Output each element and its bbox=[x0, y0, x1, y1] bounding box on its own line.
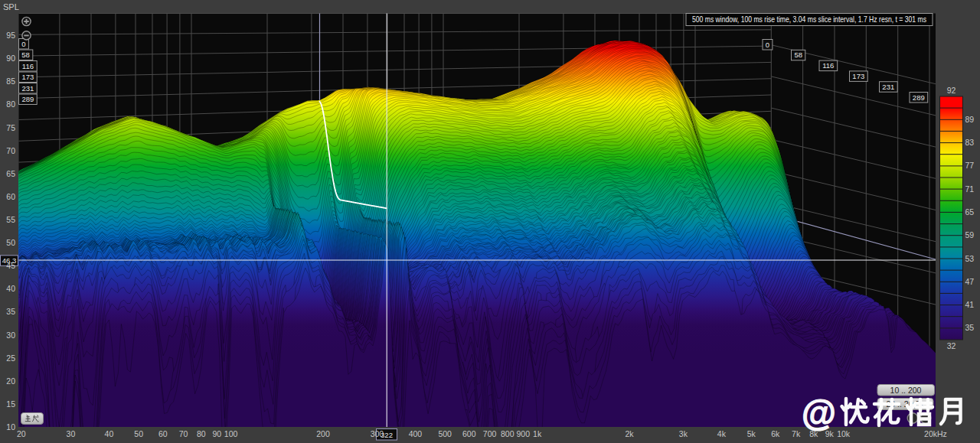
svg-text:55: 55 bbox=[6, 215, 15, 224]
svg-text:65: 65 bbox=[6, 169, 15, 178]
svg-text:40: 40 bbox=[105, 429, 114, 438]
svg-text:4k: 4k bbox=[717, 429, 727, 438]
svg-text:40: 40 bbox=[6, 284, 15, 293]
svg-text:90: 90 bbox=[212, 429, 221, 438]
svg-text:90: 90 bbox=[6, 54, 15, 63]
svg-text:89: 89 bbox=[965, 115, 975, 124]
svg-text:15: 15 bbox=[6, 399, 15, 409]
svg-text:10: 10 bbox=[6, 422, 15, 432]
svg-text:71: 71 bbox=[965, 184, 975, 194]
svg-text:116: 116 bbox=[22, 62, 34, 70]
svg-text:231: 231 bbox=[21, 84, 34, 93]
svg-text:50: 50 bbox=[6, 238, 15, 247]
svg-text:10k: 10k bbox=[837, 429, 851, 438]
svg-text:231: 231 bbox=[882, 83, 894, 91]
svg-text:70: 70 bbox=[6, 146, 15, 155]
svg-text:600: 600 bbox=[462, 429, 476, 438]
svg-text:58: 58 bbox=[21, 50, 30, 59]
svg-text:@: @ bbox=[802, 393, 836, 433]
svg-text:0: 0 bbox=[21, 40, 25, 48]
svg-text:173: 173 bbox=[21, 73, 34, 81]
svg-text:3k: 3k bbox=[679, 429, 688, 438]
svg-text:400: 400 bbox=[409, 429, 423, 438]
svg-text:92: 92 bbox=[947, 86, 956, 95]
svg-text:80: 80 bbox=[197, 429, 206, 438]
svg-text:30: 30 bbox=[6, 331, 15, 340]
svg-text:32: 32 bbox=[947, 341, 956, 350]
svg-text:59: 59 bbox=[965, 230, 975, 239]
svg-text:20: 20 bbox=[6, 376, 15, 386]
svg-text:20kHz: 20kHz bbox=[924, 429, 947, 438]
svg-text:47: 47 bbox=[965, 277, 975, 286]
svg-text:45: 45 bbox=[6, 261, 15, 270]
svg-text:0: 0 bbox=[766, 41, 769, 49]
svg-text:200: 200 bbox=[316, 429, 330, 438]
svg-text:53: 53 bbox=[965, 254, 975, 263]
svg-text:700: 700 bbox=[483, 429, 497, 438]
svg-text:58: 58 bbox=[794, 50, 802, 59]
svg-text:41: 41 bbox=[965, 300, 975, 309]
svg-text:35: 35 bbox=[6, 307, 15, 316]
svg-text:1k: 1k bbox=[533, 429, 542, 438]
svg-text:2k: 2k bbox=[625, 429, 634, 438]
svg-text:800: 800 bbox=[501, 429, 514, 438]
svg-text:289: 289 bbox=[913, 93, 925, 102]
svg-text:85: 85 bbox=[6, 77, 15, 86]
svg-text:SPL: SPL bbox=[3, 2, 19, 11]
svg-text:60: 60 bbox=[158, 429, 168, 438]
svg-text:65: 65 bbox=[965, 207, 975, 217]
svg-text:300: 300 bbox=[371, 429, 384, 438]
svg-text:900: 900 bbox=[517, 429, 531, 438]
svg-text:100: 100 bbox=[224, 429, 238, 438]
svg-text:60: 60 bbox=[6, 192, 15, 201]
svg-text:30: 30 bbox=[67, 429, 76, 438]
svg-text:70: 70 bbox=[179, 429, 188, 438]
svg-text:35: 35 bbox=[965, 323, 975, 332]
svg-text:5k: 5k bbox=[747, 429, 756, 438]
svg-text:50: 50 bbox=[134, 429, 143, 438]
svg-text:289: 289 bbox=[21, 95, 34, 103]
svg-text:7k: 7k bbox=[792, 429, 801, 438]
svg-text:10 .. 200: 10 .. 200 bbox=[890, 386, 922, 395]
svg-text:80: 80 bbox=[6, 99, 15, 109]
svg-text:500 ms window, 100 ms rise tim: 500 ms window, 100 ms rise time, 3.04 ms… bbox=[692, 15, 926, 24]
svg-text:95: 95 bbox=[6, 31, 15, 40]
svg-text:500: 500 bbox=[438, 429, 452, 438]
svg-text:6k: 6k bbox=[771, 429, 780, 438]
svg-text:173: 173 bbox=[852, 72, 864, 80]
svg-text:83: 83 bbox=[965, 138, 975, 147]
svg-text:20: 20 bbox=[17, 429, 26, 438]
svg-text:75: 75 bbox=[6, 123, 15, 132]
svg-text:77: 77 bbox=[965, 161, 975, 170]
svg-text:116: 116 bbox=[822, 61, 834, 70]
svg-text:25: 25 bbox=[6, 353, 15, 363]
